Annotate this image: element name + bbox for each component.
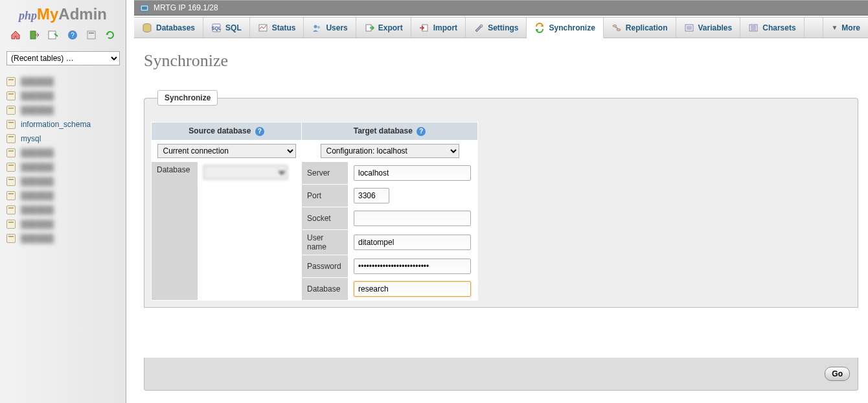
sidebar-database-item[interactable]: ██████	[0, 103, 126, 117]
tab-users[interactable]: Users	[304, 17, 356, 38]
svg-rect-7	[142, 6, 147, 10]
tab-label: Charsets	[762, 23, 795, 32]
database-icon	[6, 220, 16, 229]
tab-label: Settings	[488, 23, 518, 32]
svg-rect-5	[89, 32, 94, 34]
sidebar-database-item[interactable]: information_schema	[0, 117, 126, 132]
sidebar-database-item[interactable]: ██████	[0, 189, 126, 203]
target-db-header: Target database ?	[302, 122, 478, 141]
tab-replication[interactable]: Replication	[604, 17, 676, 38]
target-connection-select[interactable]: Configuration: localhost	[321, 144, 459, 158]
tab-databases[interactable]: Databases	[134, 17, 203, 38]
sidebar-database-item[interactable]: mysql	[0, 132, 126, 146]
tab-charsets[interactable]: Charsets	[740, 17, 804, 38]
svg-point-16	[480, 25, 483, 27]
sidebar-database-item[interactable]: ██████	[0, 174, 126, 189]
variables-icon	[684, 23, 694, 33]
database-icon	[6, 205, 16, 214]
source-database-label: Database	[152, 161, 198, 300]
database-icon	[6, 234, 16, 243]
database-icon	[6, 106, 16, 115]
logo-php: php	[19, 9, 37, 22]
docs-icon[interactable]: ?	[67, 30, 78, 40]
navi-icon[interactable]	[86, 30, 97, 40]
sidebar-database-item[interactable]: ██████	[0, 160, 126, 174]
svg-point-17	[613, 25, 617, 27]
target-socket-input[interactable]	[354, 211, 471, 226]
synchronize-icon	[534, 23, 545, 33]
page-title: Synchronize	[144, 51, 858, 71]
sidebar-database-label: ██████	[21, 234, 54, 243]
target-server-label: Server	[302, 161, 348, 184]
import-icon	[419, 23, 429, 33]
target-username-label: User name	[302, 229, 348, 255]
footer: Go	[134, 358, 868, 403]
tab-label: SQL	[225, 23, 242, 32]
target-server-input[interactable]	[354, 165, 471, 181]
help-icon[interactable]: ?	[417, 127, 426, 136]
tab-label: Export	[378, 23, 403, 32]
target-database-label: Database	[302, 277, 348, 300]
tab-label: Replication	[626, 23, 668, 32]
svg-point-13	[317, 26, 320, 29]
sidebar-database-item[interactable]: ██████	[0, 203, 126, 217]
sidebar-database-label: ██████	[21, 77, 54, 86]
sql-icon: SQL	[211, 23, 222, 33]
tab-label: Synchronize	[549, 23, 595, 32]
sidebar-database-label: ██████	[21, 177, 54, 186]
database-icon	[6, 134, 16, 143]
database-icon	[6, 91, 16, 100]
sidebar-database-item[interactable]: ██████	[0, 217, 126, 231]
sidebar-database-item[interactable]: ██████	[0, 89, 126, 103]
sidebar-database-label: information_schema	[21, 120, 91, 129]
sidebar-database-label: ██████	[21, 148, 54, 157]
logo[interactable]: phpMyAdmin	[0, 0, 126, 26]
svg-text:?: ?	[71, 32, 74, 39]
sidebar-database-item[interactable]: ██████	[0, 146, 126, 160]
sidebar-database-item[interactable]: ██████	[0, 75, 126, 89]
svg-point-12	[314, 25, 317, 28]
svg-text:SQL: SQL	[212, 26, 222, 31]
target-username-input[interactable]	[354, 235, 471, 250]
go-button[interactable]: Go	[825, 367, 850, 381]
query-icon[interactable]	[48, 30, 58, 40]
charsets-icon	[748, 23, 759, 33]
source-database-select[interactable]	[203, 165, 288, 179]
tab-synchronize[interactable]: Synchronize	[527, 17, 603, 38]
tab-settings[interactable]: Settings	[466, 17, 527, 38]
tab-more[interactable]: ▼ More	[823, 17, 868, 38]
reload-icon[interactable]	[105, 30, 115, 40]
main: Synchronize Synchronize Source database …	[134, 38, 868, 403]
database-icon	[6, 177, 16, 186]
svg-point-18	[617, 29, 621, 30]
tab-import[interactable]: Import	[411, 17, 466, 38]
status-icon	[258, 23, 268, 33]
target-database-input[interactable]	[354, 281, 471, 297]
logout-icon[interactable]	[29, 30, 40, 40]
tab-label: Variables	[698, 23, 733, 32]
database-icon	[6, 191, 16, 200]
tab-export[interactable]: Export	[356, 17, 411, 38]
tab-sql[interactable]: SQLSQL	[203, 17, 250, 38]
source-connection-select[interactable]: Current connection	[157, 144, 296, 158]
target-port-label: Port	[302, 184, 348, 207]
server-bar: MRTG IP 169.1/28	[134, 0, 868, 16]
database-list: ██████████████████information_schemamysq…	[0, 71, 126, 249]
target-port-input[interactable]	[354, 188, 389, 203]
tab-status[interactable]: Status	[250, 17, 304, 38]
go-bar: Go	[144, 358, 858, 391]
recent-tables-select[interactable]: (Recent tables) …	[6, 51, 120, 65]
database-icon	[6, 148, 16, 157]
target-password-input[interactable]	[354, 259, 471, 274]
home-icon[interactable]	[10, 30, 21, 40]
sidebar-database-label: ██████	[21, 205, 54, 214]
tab-variables[interactable]: Variables	[676, 17, 741, 38]
database-icon	[6, 163, 16, 172]
tab-label: Status	[272, 23, 296, 32]
svg-rect-0	[30, 31, 36, 39]
tab-label: Databases	[156, 23, 195, 32]
help-icon[interactable]: ?	[255, 127, 264, 136]
sidebar-database-item[interactable]: ██████	[0, 231, 126, 246]
tab-label: Users	[326, 23, 347, 32]
sidebar-database-label: ██████	[21, 91, 54, 100]
